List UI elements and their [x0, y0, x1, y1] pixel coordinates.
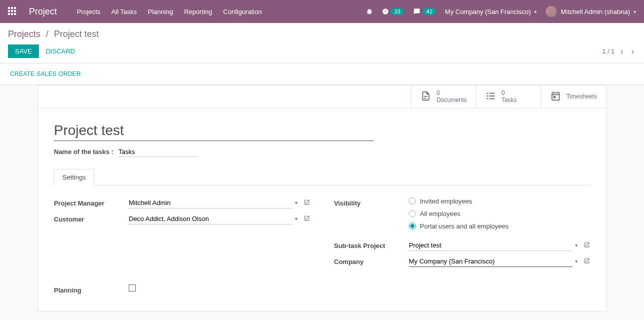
- pager: 1 / 1 ‹ ›: [602, 45, 636, 58]
- stat-tasks[interactable]: 0 Tasks: [476, 86, 541, 108]
- tab-settings[interactable]: Settings: [54, 169, 94, 186]
- company-input[interactable]: [409, 256, 572, 267]
- nav-projects[interactable]: Projects: [77, 8, 100, 16]
- pager-next[interactable]: ›: [630, 45, 636, 58]
- navbar: Project Projects All Tasks Planning Repo…: [0, 0, 644, 23]
- visibility-radio-group: Invited employees All employees Portal u…: [409, 198, 509, 230]
- breadcrumb-current: Project test: [54, 29, 99, 39]
- company-switcher[interactable]: My Company (San Francisco) ▾: [445, 8, 537, 16]
- visibility-invited-label: Invited employees: [420, 198, 472, 205]
- visibility-all-label: All employees: [420, 210, 460, 218]
- tasks-name-input[interactable]: [118, 147, 198, 157]
- project-manager-input[interactable]: [129, 198, 292, 208]
- chevron-down-icon: ▾: [534, 9, 537, 14]
- planning-checkbox[interactable]: [129, 284, 136, 292]
- calendar-icon: [550, 90, 561, 103]
- messages-button[interactable]: 42: [413, 8, 436, 15]
- label-project-manager: Project Manager: [54, 198, 129, 207]
- nav-reporting[interactable]: Reporting: [184, 8, 212, 16]
- visibility-all[interactable]: All employees: [409, 210, 509, 218]
- customer-input[interactable]: [129, 214, 292, 224]
- stat-tasks-count: 0: [501, 90, 517, 96]
- create-sales-order-button[interactable]: CREATE SALES ORDER: [8, 68, 83, 80]
- radio-icon: [409, 210, 416, 217]
- activities-badge: 33: [391, 8, 404, 15]
- chevron-down-icon[interactable]: ▾: [572, 242, 581, 248]
- apps-icon[interactable]: [8, 7, 17, 16]
- discard-button[interactable]: DISCARD: [44, 44, 77, 58]
- label-customer: Customer: [54, 214, 129, 223]
- label-company: Company: [334, 256, 409, 266]
- stat-tasks-label: Tasks: [501, 96, 517, 104]
- breadcrumb: Projects / Project test: [8, 29, 636, 40]
- chevron-down-icon[interactable]: ▾: [292, 216, 301, 222]
- tasks-icon: [485, 90, 496, 103]
- stat-timesheets[interactable]: Timesheets: [541, 86, 606, 108]
- navbar-right: 33 42 My Company (San Francisco) ▾ Mitch…: [366, 6, 636, 17]
- breadcrumb-separator: /: [46, 29, 48, 39]
- company-name: My Company (San Francisco): [445, 8, 531, 16]
- tabs: Settings: [54, 169, 590, 186]
- label-visibility: Visibility: [334, 198, 409, 207]
- label-subtask-project: Sub-task Project: [334, 240, 409, 250]
- nav-all-tasks[interactable]: All Tasks: [111, 8, 137, 16]
- nav-planning[interactable]: Planning: [148, 8, 173, 16]
- messages-badge: 42: [423, 8, 436, 15]
- project-name-input[interactable]: [54, 120, 373, 141]
- chevron-down-icon[interactable]: ▾: [572, 258, 581, 264]
- subtask-project-input[interactable]: [409, 240, 572, 251]
- external-link-icon[interactable]: [584, 258, 590, 266]
- external-link-icon[interactable]: [304, 215, 310, 223]
- pager-value: 1 / 1: [602, 48, 615, 55]
- user-name: Mitchell Admin (shabna): [561, 8, 630, 16]
- stat-documents-count: 0: [436, 90, 467, 96]
- activities-button[interactable]: 33: [382, 8, 404, 15]
- visibility-portal-label: Portal users and all employees: [420, 222, 509, 230]
- nav-configuration[interactable]: Configuration: [223, 8, 262, 16]
- chevron-down-icon: ▾: [634, 9, 636, 14]
- avatar: [546, 6, 557, 17]
- stat-timesheets-label: Timesheets: [566, 93, 597, 100]
- label-planning: Planning: [54, 284, 129, 294]
- nav-menu: Projects All Tasks Planning Reporting Co…: [77, 8, 262, 16]
- external-link-icon[interactable]: [304, 199, 310, 207]
- visibility-portal[interactable]: Portal users and all employees: [409, 222, 509, 230]
- chevron-down-icon[interactable]: ▾: [292, 200, 301, 206]
- pager-prev[interactable]: ‹: [619, 45, 625, 58]
- form-sheet: 0 Documents 0 Tasks Timesheets: [37, 85, 607, 312]
- brand: Project: [29, 6, 57, 17]
- radio-icon: [409, 222, 416, 230]
- file-icon: [420, 90, 431, 103]
- radio-icon: [409, 198, 416, 204]
- external-link-icon[interactable]: [584, 242, 590, 250]
- tasks-name-label: Name of the tasks :: [54, 148, 113, 156]
- stat-buttons: 0 Documents 0 Tasks Timesheets: [38, 86, 606, 108]
- debug-icon[interactable]: [366, 8, 373, 15]
- stat-documents-label: Documents: [436, 96, 467, 104]
- stat-documents[interactable]: 0 Documents: [411, 86, 476, 108]
- save-button[interactable]: SAVE: [8, 44, 39, 58]
- statusbar: CREATE SALES ORDER: [0, 64, 644, 85]
- user-menu[interactable]: Mitchell Admin (shabna) ▾: [546, 6, 636, 17]
- visibility-invited[interactable]: Invited employees: [409, 198, 509, 205]
- control-area: Projects / Project test SAVE DISCARD 1 /…: [0, 23, 644, 64]
- breadcrumb-root[interactable]: Projects: [8, 29, 40, 39]
